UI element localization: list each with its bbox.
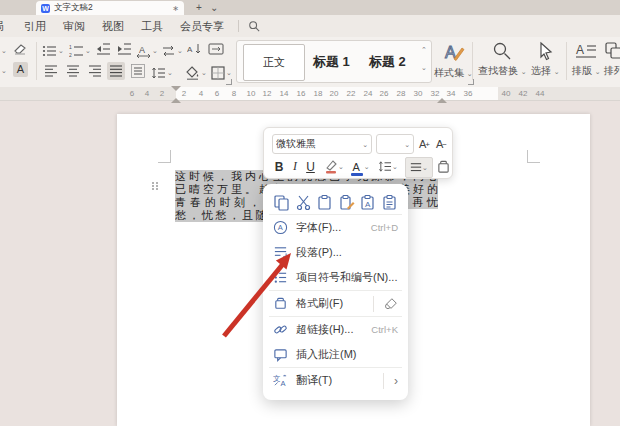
- bold-button[interactable]: B: [272, 157, 286, 176]
- sort-icon[interactable]: A: [187, 42, 202, 56]
- increase-indent-icon[interactable]: [117, 42, 132, 56]
- arrange-label: 排列: [604, 64, 620, 78]
- alignment-button-active[interactable]: ⌄: [405, 157, 433, 178]
- paste-format-icon[interactable]: [381, 194, 398, 211]
- arrange-icon: [604, 41, 620, 61]
- numbered-list-button[interactable]: 12 ⌄: [69, 42, 91, 59]
- italic-button[interactable]: I: [289, 157, 301, 176]
- align-center-icon[interactable]: [66, 64, 80, 78]
- ruler-number: 6: [215, 89, 219, 98]
- decrease-font-button[interactable]: A−: [436, 136, 447, 152]
- font-name-combobox[interactable]: 微软雅黑 ⌄: [272, 134, 372, 154]
- document-tab[interactable]: W 文字文稿2 ∗: [36, 1, 184, 15]
- ruler-number: 28: [397, 89, 406, 98]
- left-indent-marker[interactable]: [171, 93, 181, 103]
- show-marks-icon[interactable]: [208, 42, 224, 56]
- character-scale-button[interactable]: A ⌄: [136, 42, 158, 59]
- menu-tab-member[interactable]: 会员专享: [180, 15, 230, 37]
- menu-tab-review[interactable]: 审阅: [63, 15, 85, 37]
- paste-icon[interactable]: [316, 194, 333, 211]
- ruler-number: 8: [232, 89, 236, 98]
- text-highlight-button[interactable]: ⌄: [322, 157, 346, 176]
- gallery-scroll-down-icon[interactable]: ⌄: [419, 63, 429, 72]
- style-heading2[interactable]: 标题 2: [369, 41, 406, 82]
- svg-text:A: A: [281, 379, 286, 388]
- font-color-button[interactable]: A ⌄: [350, 157, 372, 176]
- style-heading1[interactable]: 标题 1: [313, 41, 350, 82]
- paragraph-drag-handle[interactable]: [152, 182, 159, 193]
- menu-tab-references[interactable]: 引用: [24, 15, 46, 37]
- style-normal-selected[interactable]: 正文: [243, 44, 305, 81]
- menu-item-insert-comment[interactable]: 插入批注(M): [263, 342, 408, 367]
- bullet-list-button[interactable]: ⌄: [42, 42, 64, 59]
- arrange-button[interactable]: 排列: [604, 41, 620, 78]
- ruler-number: 26: [380, 89, 389, 98]
- chevron-down-icon[interactable]: ⌄: [1, 47, 7, 54]
- distribute-text-icon[interactable]: [131, 64, 145, 78]
- new-tab-button[interactable]: +: [196, 0, 202, 15]
- ruler-number: 12: [263, 89, 272, 98]
- menu-tab-view[interactable]: 视图: [102, 15, 124, 37]
- format-painter-bucket-button[interactable]: [435, 157, 451, 176]
- numbered-list-icon: 12: [69, 44, 84, 58]
- align-justify-button-active[interactable]: [107, 62, 125, 80]
- borders-icon: [211, 66, 225, 80]
- svg-text:A: A: [576, 43, 584, 57]
- styles-gallery: 正文 标题 1 标题 2 ⌃ ⌄: [236, 40, 432, 83]
- chevron-down-icon: ⌄: [404, 141, 410, 148]
- font-size-combobox[interactable]: ⌄: [376, 134, 414, 154]
- underline-button[interactable]: U: [304, 157, 317, 176]
- menu-item-paragraph[interactable]: 段落(P)...: [263, 240, 408, 265]
- shading-button[interactable]: ⌄: [185, 64, 207, 81]
- typeset-icon: A: [575, 41, 597, 61]
- increase-font-button[interactable]: A+: [419, 136, 430, 152]
- cut-icon[interactable]: [295, 194, 312, 211]
- style-set-button[interactable]: A 样式集 ⌄: [434, 41, 473, 80]
- decrease-indent-icon[interactable]: [96, 42, 111, 56]
- menu-item-hyperlink[interactable]: 超链接(H)... Ctrl+K: [263, 317, 408, 342]
- find-replace-button[interactable]: 查找替换 ⌄: [478, 41, 527, 78]
- svg-text:2: 2: [69, 52, 72, 58]
- menu-item-format-painter[interactable]: 格式刷(F): [263, 291, 408, 316]
- line-spacing-button[interactable]: ⌄: [151, 64, 173, 81]
- menu-item-translate[interactable]: 文 A 翻译(T) ›: [263, 368, 408, 393]
- select-button[interactable]: 选择 ⌄: [531, 41, 560, 78]
- menu-tab-layout-clipped[interactable]: 局: [0, 15, 7, 37]
- typeset-button[interactable]: A 排版 ⌄: [572, 41, 601, 78]
- context-menu: A A 字体(F)... Ctrl+D 段落(P)...: [263, 184, 408, 400]
- clear-format-eraser-icon[interactable]: [12, 41, 28, 55]
- line-spacing-button[interactable]: ⌄: [376, 157, 400, 176]
- copy-icon[interactable]: [273, 194, 290, 211]
- gallery-scroll-up-icon[interactable]: ⌃: [419, 45, 429, 54]
- brush-icon[interactable]: [384, 297, 398, 311]
- document-tab-title: 文字文稿2: [54, 2, 168, 14]
- hyperlink-icon: [273, 322, 288, 337]
- text-direction-button[interactable]: ⌄: [161, 42, 183, 59]
- svg-text:A: A: [187, 45, 193, 54]
- menu-tab-tools[interactable]: 工具: [141, 15, 163, 37]
- ruler-number: 44: [536, 89, 545, 98]
- margin-corner-mark: [158, 150, 171, 163]
- ruler-number: 30: [414, 89, 423, 98]
- paste-keep-text-icon[interactable]: A: [359, 194, 376, 211]
- group-divider: [36, 42, 37, 80]
- menu-item-font[interactable]: A 字体(F)... Ctrl+D: [263, 215, 408, 240]
- horizontal-ruler[interactable]: 6 4 2 2 4 6 8 10 12 14 16 18 20 22 24 26…: [0, 87, 620, 101]
- paste-special-icon[interactable]: [338, 194, 355, 211]
- ruler-number: 22: [347, 89, 356, 98]
- chevron-down-icon[interactable]: ⌄: [1, 67, 7, 74]
- ruler-number: 24: [364, 89, 373, 98]
- highlight-color-icon[interactable]: A: [13, 62, 28, 77]
- ruler-number: 2: [160, 89, 164, 98]
- right-indent-marker[interactable]: [437, 93, 447, 103]
- align-left-icon[interactable]: [44, 64, 58, 78]
- search-icon[interactable]: [248, 20, 260, 32]
- menu-item-bullets-numbering[interactable]: 项目符号和编号(N)...: [263, 265, 408, 290]
- svg-text:A: A: [278, 223, 283, 232]
- font-name-value: 微软雅黑: [276, 137, 316, 151]
- tab-list-button[interactable]: ⌄: [210, 0, 218, 15]
- character-scale-icon: A: [136, 44, 151, 58]
- ruler-number: 4: [145, 89, 149, 98]
- paragraph-dialog-launcher-icon[interactable]: [226, 79, 232, 85]
- align-right-icon[interactable]: [88, 64, 102, 78]
